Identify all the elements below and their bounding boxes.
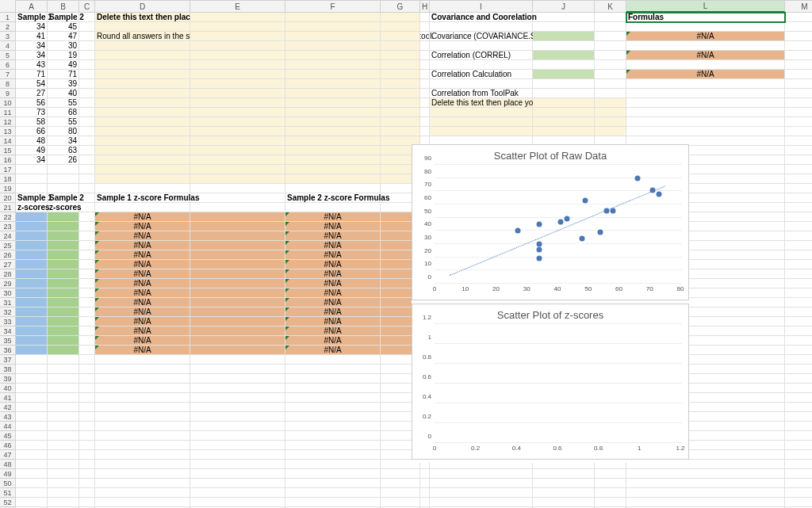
cell-D16[interactable] bbox=[95, 155, 190, 165]
cell-M42[interactable] bbox=[785, 403, 812, 412]
cell-I49[interactable] bbox=[430, 469, 533, 479]
cell-C32[interactable] bbox=[79, 307, 95, 317]
cell-M20[interactable] bbox=[785, 193, 812, 203]
cell-E38[interactable] bbox=[190, 365, 285, 374]
row-header-24[interactable]: 24 bbox=[0, 231, 16, 241]
cell-C50[interactable] bbox=[79, 479, 95, 488]
cell-I9[interactable]: Correlation from ToolPak bbox=[430, 89, 533, 98]
col-header-K[interactable]: K bbox=[595, 0, 626, 13]
cell-D5[interactable] bbox=[95, 51, 190, 60]
cell-C27[interactable] bbox=[79, 260, 95, 269]
cell-L50[interactable] bbox=[626, 479, 785, 488]
cell-H8[interactable] bbox=[420, 79, 430, 89]
cell-F31[interactable]: #N/A bbox=[285, 298, 381, 307]
row-header-34[interactable]: 34 bbox=[0, 327, 16, 336]
cell-C13[interactable] bbox=[79, 127, 95, 136]
cell-K3[interactable] bbox=[595, 32, 626, 41]
cell-D32[interactable]: #N/A bbox=[95, 307, 190, 317]
cell-B29[interactable] bbox=[48, 279, 79, 288]
cell-B36[interactable] bbox=[48, 346, 79, 355]
cell-B18[interactable] bbox=[48, 174, 79, 184]
cell-A30[interactable] bbox=[16, 288, 48, 298]
cell-A4[interactable]: 34 bbox=[16, 41, 48, 51]
cell-G1[interactable] bbox=[381, 13, 420, 22]
cell-B46[interactable] bbox=[48, 441, 79, 450]
cell-A38[interactable] bbox=[16, 365, 48, 374]
cell-A1[interactable]: Sample 1 bbox=[16, 13, 48, 22]
cell-G9[interactable] bbox=[381, 89, 420, 98]
cell-F10[interactable] bbox=[285, 98, 381, 108]
cell-J13[interactable] bbox=[533, 127, 595, 136]
cell-F45[interactable] bbox=[285, 431, 381, 441]
cell-A3[interactable]: 41 bbox=[16, 32, 48, 41]
cell-B49[interactable] bbox=[48, 469, 79, 479]
cell-A22[interactable] bbox=[16, 212, 48, 222]
cell-D11[interactable] bbox=[95, 108, 190, 117]
cell-D3[interactable]: Round all answers in the sheet to 2 deci… bbox=[95, 32, 190, 41]
cell-E25[interactable] bbox=[190, 241, 285, 250]
row-header-11[interactable]: 11 bbox=[0, 108, 16, 117]
cell-M7[interactable] bbox=[785, 70, 812, 79]
cell-B28[interactable] bbox=[48, 269, 79, 279]
cell-C16[interactable] bbox=[79, 155, 95, 165]
cell-D25[interactable]: #N/A bbox=[95, 241, 190, 250]
cell-J8[interactable] bbox=[533, 79, 595, 89]
cell-M48[interactable] bbox=[785, 460, 812, 469]
cell-K2[interactable] bbox=[595, 22, 626, 32]
cell-B15[interactable]: 63 bbox=[48, 146, 79, 155]
row-header-50[interactable]: 50 bbox=[0, 479, 16, 488]
cell-J9[interactable] bbox=[533, 89, 595, 98]
cell-H13[interactable] bbox=[420, 127, 430, 136]
row-header-1[interactable]: 1 bbox=[0, 13, 16, 22]
cell-I5[interactable]: Correlation (CORREL) bbox=[430, 51, 533, 60]
cell-D23[interactable]: #N/A bbox=[95, 222, 190, 231]
cell-C5[interactable] bbox=[79, 51, 95, 60]
cell-F41[interactable] bbox=[285, 393, 381, 403]
cell-K10[interactable] bbox=[595, 98, 626, 108]
cell-D52[interactable] bbox=[95, 498, 190, 507]
cell-A26[interactable] bbox=[16, 250, 48, 260]
row-header-30[interactable]: 30 bbox=[0, 288, 16, 298]
cell-F26[interactable]: #N/A bbox=[285, 250, 381, 260]
cell-E48[interactable] bbox=[190, 460, 285, 469]
row-header-12[interactable]: 12 bbox=[0, 117, 16, 127]
cell-C25[interactable] bbox=[79, 241, 95, 250]
cell-D37[interactable] bbox=[95, 355, 190, 365]
cell-L10[interactable] bbox=[626, 98, 785, 108]
cell-M8[interactable] bbox=[785, 79, 812, 89]
cell-L4[interactable] bbox=[626, 41, 785, 51]
cell-B3[interactable]: 47 bbox=[48, 32, 79, 41]
cell-I10[interactable]: Delete this text then place your correla… bbox=[430, 98, 533, 108]
cell-D14[interactable] bbox=[95, 136, 190, 146]
cell-E40[interactable] bbox=[190, 384, 285, 393]
cell-A6[interactable]: 43 bbox=[16, 60, 48, 70]
cell-C45[interactable] bbox=[79, 431, 95, 441]
cell-J51[interactable] bbox=[533, 488, 595, 498]
cell-B37[interactable] bbox=[48, 355, 79, 365]
row-header-42[interactable]: 42 bbox=[0, 403, 16, 412]
cell-F39[interactable] bbox=[285, 374, 381, 384]
cell-M26[interactable] bbox=[785, 250, 812, 260]
row-header-47[interactable]: 47 bbox=[0, 450, 16, 460]
cell-D39[interactable] bbox=[95, 374, 190, 384]
cell-J11[interactable] bbox=[533, 108, 595, 117]
cell-J7[interactable] bbox=[533, 70, 595, 79]
cell-M38[interactable] bbox=[785, 365, 812, 374]
cell-H3[interactable] bbox=[420, 32, 430, 41]
cell-G2[interactable] bbox=[381, 22, 420, 32]
cell-F4[interactable] bbox=[285, 41, 381, 51]
cell-E4[interactable] bbox=[190, 41, 285, 51]
cell-M33[interactable] bbox=[785, 317, 812, 327]
cell-F9[interactable] bbox=[285, 89, 381, 98]
cell-M37[interactable] bbox=[785, 355, 812, 365]
cell-I51[interactable] bbox=[430, 488, 533, 498]
cell-M15[interactable] bbox=[785, 146, 812, 155]
cell-F28[interactable]: #N/A bbox=[285, 269, 381, 279]
row-header-26[interactable]: 26 bbox=[0, 250, 16, 260]
cell-M51[interactable] bbox=[785, 488, 812, 498]
cell-I2[interactable] bbox=[430, 22, 533, 32]
cell-G3[interactable] bbox=[381, 32, 420, 41]
cell-D42[interactable] bbox=[95, 403, 190, 412]
cell-A16[interactable]: 34 bbox=[16, 155, 48, 165]
cell-I4[interactable] bbox=[430, 41, 533, 51]
